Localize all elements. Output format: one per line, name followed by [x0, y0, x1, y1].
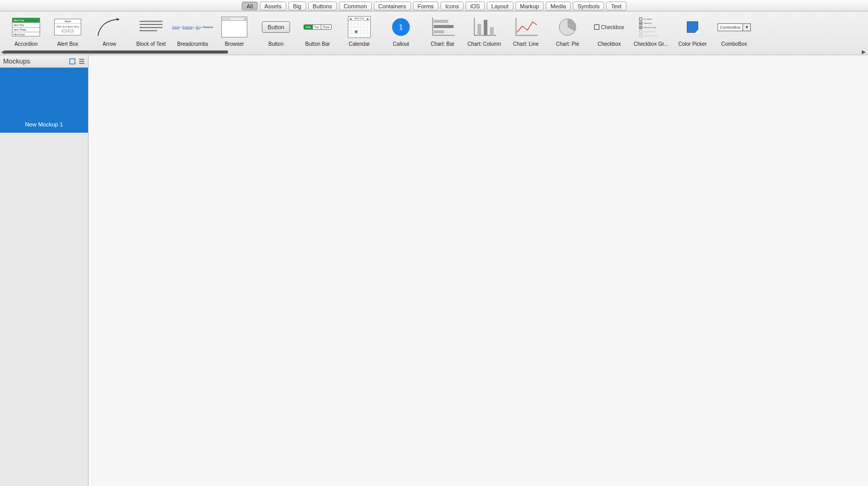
shelf-item-label: Block of Text — [136, 41, 166, 47]
shelf-item-label: Alert Box — [57, 41, 79, 47]
alert-box-icon: Alert Alert text goes here — [52, 15, 83, 40]
shelf-item-label: Button — [269, 41, 284, 47]
breadcrumbs-icon: Home ▸ Products ▸ Xyz ▸ Features — [177, 15, 208, 40]
chart-column-icon — [469, 15, 500, 40]
svg-text:selected: selected — [644, 22, 651, 24]
browser-icon — [219, 15, 250, 40]
svg-rect-36 — [639, 34, 642, 37]
block-of-text-icon — [135, 15, 167, 40]
shelf-item-label: Chart: Pie — [556, 41, 579, 47]
shelf-item-label: Color Picker — [678, 41, 707, 47]
svg-rect-23 — [484, 20, 487, 35]
filter-ios[interactable]: iOS — [466, 2, 484, 10]
shelf-item-label: Checkbox — [598, 41, 621, 47]
shelf-item-browser[interactable]: Browser — [213, 15, 255, 47]
main-area: Mockups New Mockup 1 — [0, 55, 868, 486]
shelf-scroll-right-icon[interactable]: ▶ — [862, 49, 866, 55]
filter-layout[interactable]: Layout — [487, 2, 513, 10]
shelf-item-label: Button Bar — [305, 41, 330, 47]
filter-containers[interactable]: Containers — [374, 2, 411, 10]
svg-rect-24 — [490, 27, 494, 35]
shelf-item-chart-bar[interactable]: Chart: Bar — [422, 15, 463, 47]
shelf-item-label: Callout — [393, 41, 409, 47]
shelf-item-label: Calendar — [349, 41, 370, 47]
sidebar-list-view-icon[interactable] — [79, 58, 85, 65]
filter-text[interactable]: Text — [606, 2, 626, 10]
filter-buttons[interactable]: Buttons — [308, 2, 337, 10]
accordion-icon: Item One Item Two Item Three Item Four — [10, 15, 42, 40]
svg-text:not a checkbox: not a checkbox — [644, 34, 658, 37]
shelf-item-label: Arrow — [103, 41, 116, 47]
mockup-thumbnail-label: New Mockup 1 — [25, 121, 63, 127]
shelf-item-button-bar[interactable]: One Two Three Button Bar — [297, 15, 338, 47]
svg-rect-22 — [477, 24, 481, 35]
shelf-item-color-picker[interactable]: Color Picker — [672, 15, 713, 47]
calendar-icon: ◀ APR 2016 ▶ — [344, 15, 375, 40]
svg-rect-38 — [70, 59, 75, 64]
filter-assets[interactable]: Assets — [260, 2, 286, 10]
filter-all[interactable]: All — [242, 2, 257, 10]
svg-text:an option: an option — [644, 18, 652, 20]
component-shelf: ◀ Item One Item Two Item Three Item Four… — [0, 11, 868, 55]
filter-common[interactable]: Common — [339, 2, 372, 10]
filter-forms[interactable]: Forms — [413, 2, 438, 10]
filter-media[interactable]: Media — [546, 2, 571, 10]
svg-point-14 — [355, 31, 358, 33]
shelf-item-arrow[interactable]: Arrow — [89, 15, 130, 47]
sidebar-grid-view-icon[interactable] — [69, 58, 76, 65]
button-bar-icon: One Two Three — [302, 15, 333, 40]
shelf-item-calendar[interactable]: ◀ APR 2016 ▶ Calendar — [338, 15, 380, 47]
shelf-item-label: Chart: Bar — [431, 41, 455, 47]
shelf-item-button[interactable]: Button Button — [255, 15, 297, 47]
filter-bar: All Assets Big Buttons Common Containers… — [0, 0, 868, 11]
checkbox-icon: Checkbox — [594, 15, 625, 40]
shelf-item-chart-column[interactable]: Chart: Column — [463, 15, 505, 47]
combobox-icon: ComboBox ▼ — [719, 15, 750, 40]
sidebar-header: Mockups — [0, 55, 88, 68]
chart-bar-icon — [427, 15, 458, 40]
filter-icons[interactable]: Icons — [441, 2, 463, 10]
svg-text:indeterminate: indeterminate — [644, 26, 657, 29]
mockup-thumbnail[interactable]: New Mockup 1 — [0, 68, 88, 133]
shelf-item-label: Checkbox Gr... — [634, 41, 668, 47]
shelf-item-label: Browser — [225, 41, 244, 47]
shelf-item-label: ComboBox — [721, 41, 747, 47]
shelf-item-label: Chart: Line — [513, 41, 539, 47]
filter-symbols[interactable]: Symbols — [573, 2, 604, 10]
callout-icon: 1 — [385, 15, 417, 40]
shelf-item-combobox[interactable]: ComboBox ▼ ComboBox — [713, 15, 755, 47]
arrow-icon — [94, 15, 125, 40]
shelf-item-checkbox-group[interactable]: an option selected indeterminate disable… — [630, 15, 672, 47]
svg-rect-19 — [434, 30, 444, 33]
button-icon: Button — [260, 15, 292, 40]
svg-text:disabled one: disabled one — [644, 30, 656, 33]
shelf-item-checkbox[interactable]: Checkbox Checkbox — [588, 15, 630, 47]
shelf-item-breadcrumbs[interactable]: Home ▸ Products ▸ Xyz ▸ Features Breadcr… — [172, 15, 213, 47]
chart-pie-icon — [552, 15, 583, 40]
mockups-sidebar: Mockups New Mockup 1 — [0, 55, 89, 486]
filter-big[interactable]: Big — [288, 2, 306, 10]
shelf-item-callout[interactable]: 1 Callout — [380, 15, 422, 47]
shelf-item-chart-line[interactable]: Chart: Line — [505, 15, 547, 47]
checkbox-group-icon: an option selected indeterminate disable… — [635, 15, 666, 40]
shelf-item-label: Chart: Column — [468, 41, 501, 47]
shelf-item-alert-box[interactable]: Alert Alert text goes here Alert Box — [47, 15, 89, 47]
shelf-item-accordion[interactable]: Item One Item Two Item Three Item Four A… — [5, 15, 47, 47]
filter-markup[interactable]: Markup — [515, 2, 544, 10]
sidebar-title: Mockups — [3, 57, 69, 65]
shelf-item-label: Accordion — [15, 41, 37, 47]
shelf-item-chart-pie[interactable]: Chart: Pie — [547, 15, 588, 47]
svg-rect-34 — [639, 30, 642, 33]
svg-rect-18 — [434, 25, 454, 28]
svg-rect-17 — [434, 20, 448, 23]
svg-rect-28 — [639, 18, 642, 20]
shelf-item-block-of-text[interactable]: Block of Text — [130, 15, 172, 47]
chart-line-icon — [510, 15, 542, 40]
color-picker-icon — [677, 15, 708, 40]
canvas[interactable] — [89, 55, 868, 486]
shelf-item-label: Breadcrumbs — [177, 41, 208, 47]
shelf-scrollbar[interactable] — [4, 50, 228, 54]
